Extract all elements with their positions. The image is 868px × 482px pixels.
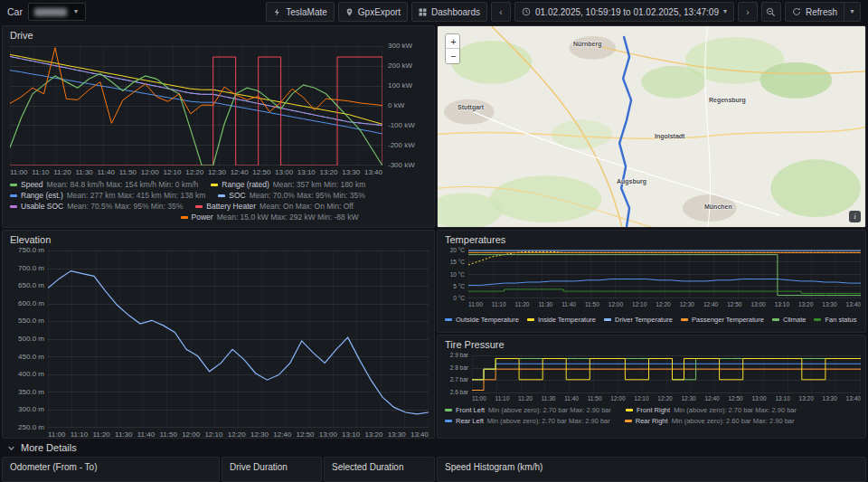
- tire-chart-plot[interactable]: [472, 355, 861, 393]
- elevation-panel-title[interactable]: Elevation: [3, 231, 434, 245]
- x-tick-label: 12:00: [141, 168, 159, 176]
- bolt-icon: [273, 8, 281, 16]
- refresh-label: Refresh: [806, 7, 837, 17]
- map-zoom-control: + −: [445, 33, 460, 64]
- series-color-dot: [211, 184, 218, 186]
- x-tick-label: 11:40: [137, 430, 155, 439]
- time-range-forward-button[interactable]: ›: [738, 2, 758, 22]
- x-tick-label: 12:50: [727, 301, 741, 307]
- x-tick-label: 11:40: [564, 395, 579, 402]
- x-tick-label: 11:10: [492, 301, 506, 307]
- series-color-dot: [445, 409, 452, 411]
- elevation-chart-plot[interactable]: [48, 250, 429, 428]
- chart-canvas: [468, 250, 861, 298]
- refresh-split-button: Refresh ▾: [785, 2, 861, 22]
- legend-label: Power: [192, 213, 213, 222]
- legend-item-outside-temperature[interactable]: Outside Temperature: [445, 316, 519, 324]
- elevation-x-axis: 11:0011:1011:2011:3011:4011:5012:0012:10…: [48, 430, 429, 439]
- legend-item-inside-temperature[interactable]: Inside Temperature: [527, 316, 596, 324]
- legend-label: Driver Temperature: [615, 316, 673, 324]
- map-zoom-out-button[interactable]: −: [446, 49, 460, 63]
- y-tick-label: 100 kW: [388, 81, 431, 90]
- x-tick-label: 13:00: [750, 301, 765, 307]
- legend-item-rear-right[interactable]: Rear Right Min (above zero): 2.60 bar Ma…: [625, 417, 795, 425]
- x-tick-label: 13:30: [342, 168, 360, 176]
- x-tick-label: 12:40: [273, 430, 291, 439]
- teslamate-button[interactable]: TeslaMate: [266, 2, 335, 22]
- legend-item-climate[interactable]: Climate: [772, 316, 806, 324]
- x-tick-label: 13:20: [799, 395, 814, 402]
- legend-item-front-right[interactable]: Front Right Min (above zero): 2.70 bar M…: [626, 406, 797, 414]
- chevron-down-icon: [7, 444, 15, 452]
- x-tick-label: 13:40: [364, 168, 382, 176]
- temperatures-y-axis: 20 °C15 °C10 °C5 °C0 °C: [441, 247, 465, 301]
- x-tick-label: 13:00: [751, 395, 766, 402]
- legend-item-usable-soc[interactable]: Usable SOC Mean: 70.5% Max: 95% Min: 35%: [10, 202, 183, 211]
- car-select[interactable]: ▾: [28, 3, 86, 21]
- chevron-down-icon: ▾: [74, 8, 78, 15]
- legend-item-passenger-temperature[interactable]: Passenger Temperature: [681, 316, 764, 324]
- x-tick-label: 13:10: [776, 395, 790, 402]
- legend-item-battery-heater[interactable]: Battery Heater Mean: On Max: On Min: Off: [195, 202, 354, 211]
- y-tick-label: 700.0 m: [18, 264, 44, 273]
- temperatures-panel-title[interactable]: Temperatures: [438, 231, 865, 245]
- map-city-label: Stuttgart: [458, 104, 484, 110]
- y-tick-label: 0 kW: [388, 101, 431, 110]
- gpxexport-button[interactable]: GpxExport: [338, 2, 408, 22]
- refresh-interval-dropdown-button[interactable]: ▾: [844, 2, 861, 22]
- legend-item-range-est[interactable]: Range (est.) Mean: 277 km Max: 415 km Mi…: [10, 191, 205, 200]
- selected-duration-panel-title[interactable]: Selected Duration: [325, 458, 434, 472]
- y-tick-label: 15 °C: [450, 259, 465, 265]
- time-zoom-out-button[interactable]: [761, 2, 781, 22]
- legend-item-speed[interactable]: Speed Mean: 84.8 km/h Max: 154 km/h Min:…: [10, 180, 198, 189]
- legend-item-range-rated[interactable]: Range (rated) Mean: 357 km Min: 180 km: [211, 180, 365, 189]
- legend-item-soc[interactable]: SOC Mean: 70.0% Max: 95% Min: 35%: [218, 191, 364, 200]
- speed-histogram-panel-title[interactable]: Speed Histogram (km/h): [438, 458, 865, 472]
- time-range-button[interactable]: 01.02.2025, 10:59:19 to 01.02.2025, 13:4…: [514, 2, 734, 22]
- map[interactable]: NürnbergStuttgartRegensburgIngolstadtAug…: [438, 26, 865, 227]
- x-tick-label: 12:20: [656, 301, 670, 307]
- legend-stats: Min (above zero): 2.60 bar Max: 2.90 bar: [672, 417, 795, 425]
- x-tick-label: 11:50: [159, 430, 176, 439]
- legend-stats: Mean: 277 km Max: 415 km Min: 138 km: [67, 191, 206, 200]
- x-tick-label: 13:10: [297, 168, 316, 176]
- series-color-dot: [527, 318, 534, 321]
- tire-pressure-panel-title[interactable]: Tire Pressure: [438, 336, 865, 350]
- y-tick-label: 500.0 m: [18, 335, 44, 344]
- legend-label: Fan status: [825, 316, 856, 324]
- more-details-collapse-row[interactable]: More Details: [2, 440, 866, 455]
- x-tick-label: 12:40: [703, 301, 718, 307]
- map-zoom-in-button[interactable]: +: [446, 34, 460, 49]
- legend-item-front-left[interactable]: Front Left Min (above zero): 2.70 bar Ma…: [445, 406, 611, 414]
- y-tick-label: 10 °C: [450, 271, 465, 278]
- x-tick-label: 13:30: [823, 395, 837, 402]
- drive-chart-plot[interactable]: [10, 46, 382, 165]
- dashboards-button[interactable]: Dashboards: [411, 2, 487, 22]
- chevron-down-icon: ▾: [850, 8, 854, 15]
- refresh-button[interactable]: Refresh: [785, 2, 844, 22]
- time-range-back-button[interactable]: ‹: [491, 2, 511, 22]
- y-tick-label: 650.0 m: [18, 281, 44, 290]
- x-tick-label: 11:00: [10, 168, 27, 176]
- legend-item-power[interactable]: Power Mean: 15.0 kW Max: 292 kW Min: -88…: [181, 213, 359, 222]
- legend-stats: Mean: 70.5% Max: 95% Min: 35%: [67, 202, 183, 211]
- map-attribution-button[interactable]: i: [849, 211, 861, 222]
- panel-drive-duration: Drive Duration: [222, 457, 322, 482]
- y-tick-label: 450.0 m: [18, 353, 44, 362]
- legend-item-driver-temperature[interactable]: Driver Temperature: [604, 316, 673, 324]
- drive-duration-panel-title[interactable]: Drive Duration: [222, 458, 321, 472]
- x-tick-label: 11:40: [561, 301, 576, 307]
- x-tick-label: 12:50: [252, 168, 270, 176]
- drive-panel-title[interactable]: Drive: [3, 26, 434, 41]
- x-tick-label: 13:00: [319, 430, 337, 439]
- map-labels: NürnbergStuttgartRegensburgIngolstadtAug…: [438, 26, 865, 227]
- legend-item-rear-left[interactable]: Rear Left Min (above zero): 2.70 bar Max…: [445, 417, 610, 425]
- chart-canvas: [472, 355, 861, 393]
- temperatures-chart-plot[interactable]: [468, 250, 861, 298]
- map-city-label: Augsburg: [617, 178, 646, 184]
- odometer-panel-title[interactable]: Odometer (From - To): [3, 458, 219, 472]
- legend-stats: Min (above zero): 2.70 bar Max: 2.90 bar: [674, 406, 797, 414]
- y-tick-label: 200 kW: [388, 61, 431, 71]
- legend-item-fan-status[interactable]: Fan status: [814, 316, 856, 324]
- x-tick-label: 11:00: [468, 301, 483, 307]
